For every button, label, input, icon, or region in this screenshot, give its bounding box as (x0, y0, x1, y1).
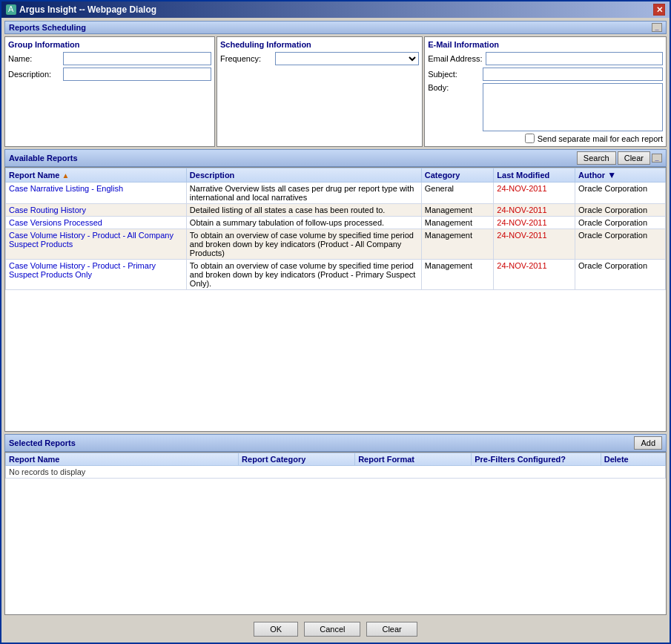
author-cell: Oracle Corporation (575, 183, 666, 204)
col-last-modified: Last Modified (494, 168, 575, 183)
report-name-link[interactable]: Case Versions Processed (9, 218, 102, 227)
col-report-name: Report Name ▲ (6, 168, 187, 183)
selected-reports-section: Selected Reports Add Report Name Report … (4, 434, 667, 615)
reports-table-container[interactable]: Report Name ▲ Description Category Last … (4, 167, 667, 432)
body-row: Body: (428, 83, 663, 131)
sel-col-category: Report Category (239, 453, 355, 466)
no-records-text: No records to display (9, 467, 85, 476)
send-separate-checkbox[interactable] (525, 134, 535, 143)
author-cell: Oracle Corporation (575, 260, 666, 290)
content-area: Reports Scheduling _ Group Information N… (1, 18, 670, 643)
minimize-button[interactable]: _ (652, 23, 662, 32)
table-row: Case Routing HistoryDetailed listing of … (6, 204, 666, 217)
last-modified-cell: 24-NOV-2011 (494, 183, 575, 204)
category-cell: Management (421, 260, 494, 290)
group-info-panel: Group Information Name: Description: (4, 36, 215, 147)
available-reports-header: Available Reports Search Clear _ (4, 149, 667, 167)
search-button[interactable]: Search (577, 151, 616, 165)
body-label: Body: (428, 83, 480, 92)
table-row: Case Volume History - Product - Primary … (6, 260, 666, 290)
no-records-row: No records to display (6, 466, 666, 479)
sel-col-report-name: Report Name (6, 453, 239, 466)
report-name-link[interactable]: Case Narrative Listing - English (9, 184, 123, 193)
description-cell: Detailed listing of all states a case ha… (186, 204, 421, 217)
report-name-cell: Case Versions Processed (6, 217, 187, 229)
description-cell: To obtain an overview of case volume by … (186, 260, 421, 290)
selected-table-container[interactable]: Report Name Report Category Report Forma… (4, 452, 667, 615)
subject-input[interactable] (483, 68, 663, 81)
description-row: Description: (8, 68, 211, 81)
table-row: Case Versions ProcessedObtain a summary … (6, 217, 666, 229)
filter-icon[interactable]: ▼ (607, 170, 616, 180)
frequency-row: Frequency: (220, 52, 419, 65)
description-cell: To obtain an overview of case volume by … (186, 229, 421, 260)
svg-text:A: A (8, 5, 14, 13)
available-reports-title: Available Reports (9, 154, 78, 162)
author-cell: Oracle Corporation (575, 229, 666, 260)
subject-label: Subject: (428, 70, 480, 79)
report-name-cell: Case Volume History - Product - All Comp… (6, 229, 187, 260)
table-row: Case Narrative Listing - EnglishNarrativ… (6, 183, 666, 204)
col-author: Author ▼ (575, 168, 666, 183)
email-address-input[interactable] (486, 52, 664, 65)
frequency-label: Frequency: (220, 54, 272, 63)
sel-col-prefilters: Pre-Filters Configured? (472, 453, 601, 466)
category-cell: Management (421, 204, 494, 217)
close-button[interactable]: ✕ (653, 4, 665, 16)
report-name-link[interactable]: Case Routing History (9, 206, 86, 214)
col-description: Description (186, 168, 421, 183)
sel-col-delete: Delete (601, 453, 665, 466)
report-name-cell: Case Volume History - Product - Primary … (6, 260, 187, 290)
cancel-button[interactable]: Cancel (304, 622, 360, 637)
name-row: Name: (8, 52, 211, 65)
top-panels: Group Information Name: Description: Sch… (4, 36, 667, 147)
available-minimize-button[interactable]: _ (652, 154, 662, 162)
category-cell: Management (421, 229, 494, 260)
email-panel: E-Mail Information Email Address: Subjec… (424, 36, 667, 147)
last-modified-cell: 24-NOV-2011 (494, 229, 575, 260)
category-cell: Management (421, 217, 494, 229)
reports-scheduling-title: Reports Scheduling (9, 23, 86, 32)
title-bar: A Argus Insight -- Webpage Dialog ✕ (1, 1, 670, 18)
selected-table-body: No records to display (6, 466, 666, 479)
scheduling-panel: Scheduling Information Frequency: (216, 36, 423, 147)
frequency-select[interactable] (275, 52, 419, 65)
body-textarea[interactable] (483, 83, 663, 131)
main-window: A Argus Insight -- Webpage Dialog ✕ Repo… (0, 0, 671, 644)
report-name-cell: Case Narrative Listing - English (6, 183, 187, 204)
report-name-link[interactable]: Case Volume History - Product - All Comp… (9, 231, 173, 249)
col-category: Category (421, 168, 494, 183)
name-input[interactable] (63, 52, 211, 65)
clear-available-button[interactable]: Clear (618, 151, 650, 165)
clear-button[interactable]: Clear (366, 622, 417, 637)
scheduling-title: Scheduling Information (220, 40, 419, 49)
reports-table: Report Name ▲ Description Category Last … (5, 168, 666, 290)
reports-scheduling-header: Reports Scheduling _ (4, 21, 667, 34)
send-separate-row: Send separate mail for each report (428, 134, 663, 143)
description-cell: Obtain a summary tabulation of follow-up… (186, 217, 421, 229)
group-info-title: Group Information (8, 40, 211, 49)
add-button[interactable]: Add (634, 436, 662, 450)
table-row: Case Volume History - Product - All Comp… (6, 229, 666, 260)
description-input[interactable] (63, 68, 211, 81)
report-name-cell: Case Routing History (6, 204, 187, 217)
search-clear-buttons: Search Clear _ (577, 151, 662, 165)
sort-icon[interactable]: ▲ (62, 171, 70, 180)
subject-row: Subject: (428, 68, 663, 81)
window-title: Argus Insight -- Webpage Dialog (19, 4, 156, 15)
email-address-label: Email Address: (428, 54, 482, 63)
selected-reports-header: Selected Reports Add (4, 434, 667, 452)
bottom-buttons: OK Cancel Clear (4, 617, 667, 640)
send-separate-label: Send separate mail for each report (538, 134, 663, 143)
description-label: Description: (8, 70, 60, 79)
report-name-link[interactable]: Case Volume History - Product - Primary … (9, 261, 156, 279)
author-cell: Oracle Corporation (575, 204, 666, 217)
table-header-row: Report Name ▲ Description Category Last … (6, 168, 666, 183)
selected-reports-title: Selected Reports (9, 438, 76, 447)
last-modified-cell: 24-NOV-2011 (494, 260, 575, 290)
email-address-row: Email Address: (428, 52, 663, 65)
description-cell: Narrative Overview lists all cases per d… (186, 183, 421, 204)
email-info-title: E-Mail Information (428, 40, 663, 49)
ok-button[interactable]: OK (254, 622, 298, 637)
sel-col-format: Report Format (355, 453, 472, 466)
